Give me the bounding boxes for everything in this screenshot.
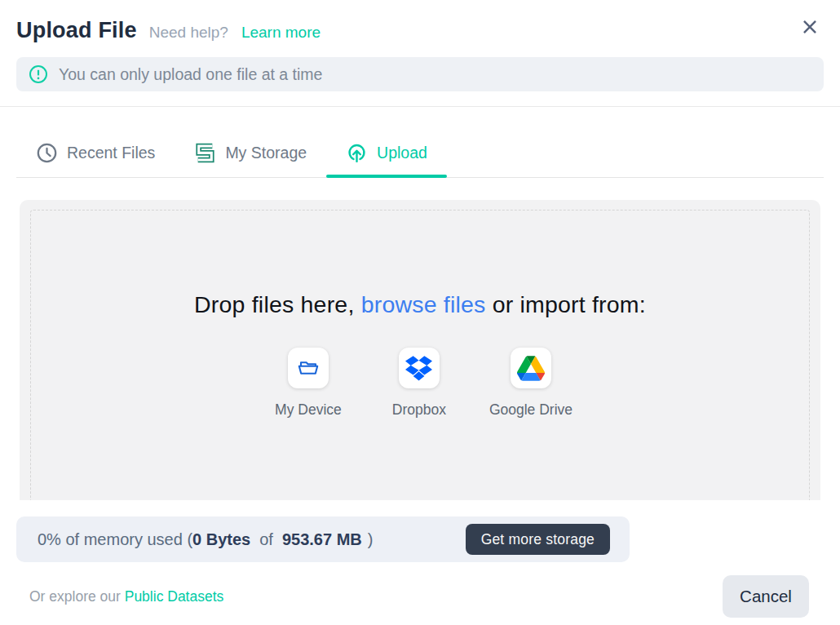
tabs-bar: Recent Files My Storage Upload bbox=[16, 129, 824, 178]
tab-label: Recent Files bbox=[67, 144, 155, 162]
drop-text-before: Drop files here, bbox=[194, 291, 361, 317]
info-banner: You can only upload one file at a time bbox=[16, 57, 824, 91]
storage-total-value: 953.67 MB bbox=[282, 530, 362, 549]
explore-datasets-text: Or explore our Public Datasets bbox=[29, 588, 223, 605]
dialog-footer: Or explore our Public Datasets Cancel bbox=[16, 575, 824, 618]
need-help-text: Need help? bbox=[149, 24, 228, 42]
tab-upload[interactable]: Upload bbox=[326, 129, 447, 177]
learn-more-link[interactable]: Learn more bbox=[241, 24, 321, 42]
explore-prefix: Or explore our bbox=[29, 588, 125, 605]
source-label: My Device bbox=[275, 401, 342, 419]
my-device-tile bbox=[288, 348, 329, 388]
storage-logo-icon bbox=[194, 142, 216, 164]
storage-close-paren: ) bbox=[368, 530, 374, 549]
source-my-device[interactable]: My Device bbox=[267, 348, 349, 419]
source-dropbox[interactable]: Dropbox bbox=[378, 348, 460, 419]
file-dropzone[interactable]: Drop files here, browse files or import … bbox=[20, 200, 820, 500]
folder-open-icon bbox=[294, 354, 322, 382]
storage-used-value: 0 Bytes bbox=[192, 530, 250, 549]
dropbox-tile bbox=[399, 348, 440, 388]
close-icon bbox=[799, 28, 820, 40]
tab-recent-files[interactable]: Recent Files bbox=[16, 129, 175, 177]
clock-icon bbox=[36, 142, 58, 164]
drop-text-after: or import from: bbox=[486, 291, 646, 317]
header-divider bbox=[0, 106, 840, 107]
source-label: Dropbox bbox=[392, 401, 446, 419]
storage-usage-text: 0% of memory used (0 Bytesof953.67 MB) bbox=[38, 530, 373, 549]
import-sources-row: My Device Dropbox bbox=[20, 348, 820, 419]
cancel-button[interactable]: Cancel bbox=[723, 575, 809, 618]
google-drive-icon bbox=[517, 356, 545, 381]
google-drive-tile bbox=[511, 348, 551, 388]
dropzone-instructions: Drop files here, browse files or import … bbox=[20, 291, 820, 318]
title-row: Upload File Need help? Learn more bbox=[16, 18, 824, 43]
dialog-header: Upload File Need help? Learn more You ca… bbox=[0, 0, 840, 107]
browse-files-link[interactable]: browse files bbox=[361, 291, 486, 317]
dropbox-icon bbox=[405, 356, 432, 381]
storage-prefix: 0% of memory used ( bbox=[38, 530, 192, 549]
info-circle-icon bbox=[29, 64, 48, 84]
source-google-drive[interactable]: Google Drive bbox=[489, 348, 573, 419]
banner-text: You can only upload one file at a time bbox=[59, 65, 322, 84]
storage-of-text: of bbox=[259, 530, 273, 549]
public-datasets-link[interactable]: Public Datasets bbox=[125, 588, 224, 605]
page-title: Upload File bbox=[16, 18, 137, 43]
close-button[interactable] bbox=[799, 16, 820, 38]
tab-label: Upload bbox=[377, 144, 427, 162]
get-more-storage-button[interactable]: Get more storage bbox=[466, 524, 610, 555]
storage-usage-bar: 0% of memory used (0 Bytesof953.67 MB) G… bbox=[16, 516, 630, 562]
tab-my-storage[interactable]: My Storage bbox=[175, 129, 326, 177]
upload-arrow-icon bbox=[346, 142, 368, 164]
tab-label: My Storage bbox=[225, 144, 307, 162]
source-label: Google Drive bbox=[489, 401, 573, 419]
